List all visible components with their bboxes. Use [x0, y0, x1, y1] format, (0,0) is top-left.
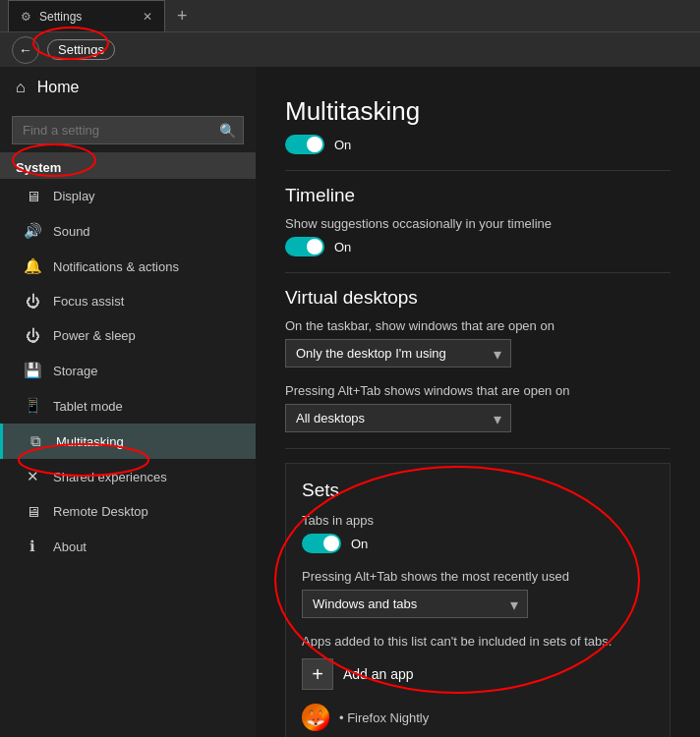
nav-bar: ← Settings [0, 31, 700, 67]
focus-icon: ⏻ [24, 293, 41, 310]
firefox-app-item: 🦊 • Firefox Nightly [302, 700, 654, 735]
main-toggle-label: On [334, 138, 351, 152]
power-label: Power & sleep [53, 328, 136, 343]
sound-icon: 🔊 [24, 222, 41, 240]
notifications-icon: 🔔 [24, 257, 41, 275]
add-app-button[interactable]: + [302, 658, 333, 690]
new-tab-button[interactable]: + [169, 0, 196, 31]
sidebar: ⌂ Home 🔍 System 🖥 Display 🔊 Sound 🔔 N [0, 67, 256, 737]
tablet-label: Tablet mode [53, 399, 123, 414]
sets-title: Sets [302, 480, 654, 501]
taskbar-dropdown-wrapper: Only the desktop I'm using All desktops [285, 339, 511, 368]
sidebar-item-about[interactable]: ℹ About [0, 529, 256, 564]
tabs-label: Tabs in apps [302, 513, 654, 528]
sidebar-item-power[interactable]: ⏻ Power & sleep [0, 318, 256, 353]
timeline-toggle-row: On [285, 237, 671, 256]
settings-tab[interactable]: ⚙ Settings ✕ [8, 0, 165, 31]
about-icon: ℹ [24, 538, 41, 555]
about-label: About [53, 539, 87, 554]
alttab-dropdown[interactable]: All desktops Only the desktop I'm using [285, 404, 511, 432]
taskbar-label: On the taskbar, show windows that are op… [285, 318, 671, 333]
sidebar-item-sound[interactable]: 🔊 Sound [0, 213, 256, 249]
sidebar-item-notifications[interactable]: 🔔 Notifications & actions [0, 249, 256, 284]
sidebar-item-shared[interactable]: ✕ Shared experiences [0, 459, 256, 494]
taskbar-dropdown[interactable]: Only the desktop I'm using All desktops [285, 339, 511, 368]
page-title: Multitasking [285, 96, 671, 127]
tabs-toggle-row: On [302, 534, 654, 553]
nav-settings-label[interactable]: Settings [47, 39, 115, 60]
sidebar-item-storage[interactable]: 💾 Storage [0, 353, 256, 388]
content-area: Multitasking On Timeline Show suggestion… [256, 67, 700, 737]
sidebar-item-tablet[interactable]: 📱 Tablet mode [0, 388, 256, 424]
title-bar: ⚙ Settings ✕ + [0, 0, 700, 31]
search-icon: 🔍 [219, 123, 236, 139]
alttab-label: Pressing Alt+Tab shows windows that are … [285, 383, 671, 398]
sidebar-item-remote[interactable]: 🖥 Remote Desktop [0, 494, 256, 529]
power-icon: ⏻ [24, 327, 41, 344]
sidebar-item-focus[interactable]: ⏻ Focus assist [0, 284, 256, 318]
focus-label: Focus assist [53, 294, 124, 309]
multitasking-label: Multitasking [56, 434, 124, 449]
firefox-icon: 🦊 [302, 704, 329, 731]
sound-label: Sound [53, 224, 90, 239]
sidebar-item-display[interactable]: 🖥 Display [0, 179, 256, 213]
add-app-label: Add an app [343, 666, 414, 682]
tab-close-button[interactable]: ✕ [143, 10, 152, 24]
tablet-icon: 📱 [24, 397, 41, 415]
storage-icon: 💾 [24, 362, 41, 379]
remote-label: Remote Desktop [53, 504, 148, 519]
add-app-row: + Add an app [302, 658, 654, 690]
system-section-label[interactable]: System [0, 152, 256, 179]
multitasking-icon: ⧉ [27, 432, 44, 450]
display-icon: 🖥 [24, 188, 41, 204]
alttab-dropdown-wrapper: All desktops Only the desktop I'm using [285, 404, 511, 432]
timeline-toggle-label: On [334, 240, 351, 255]
shared-icon: ✕ [24, 468, 41, 485]
windows-dropdown[interactable]: Windows and tabs Windows only Tabs only [302, 590, 528, 618]
display-label: Display [53, 189, 95, 203]
sets-section: Sets Tabs in apps On Pressing Alt+Tab sh… [285, 463, 671, 737]
tabs-toggle-label: On [351, 537, 368, 551]
main-toggle-row: On [285, 135, 671, 154]
main-toggle[interactable] [285, 135, 324, 154]
firefox-name: • Firefox Nightly [339, 710, 429, 725]
back-button[interactable]: ← [12, 36, 39, 64]
remote-icon: 🖥 [24, 503, 41, 520]
pressing-label: Pressing Alt+Tab shows the most recently… [302, 569, 654, 584]
windows-dropdown-wrapper: Windows and tabs Windows only Tabs only [302, 590, 528, 618]
search-container: 🔍 [0, 108, 256, 152]
apps-label: Apps added to this list can't be include… [302, 634, 654, 649]
notifications-label: Notifications & actions [53, 259, 179, 274]
tab-settings-title: Settings [39, 10, 82, 24]
main-content: ⌂ Home 🔍 System 🖥 Display 🔊 Sound 🔔 N [0, 67, 700, 737]
shared-label: Shared experiences [53, 470, 167, 484]
timeline-title: Timeline [285, 185, 671, 206]
home-label: Home [37, 79, 80, 96]
tab-settings-icon: ⚙ [21, 10, 31, 24]
timeline-desc: Show suggestions occasionally in your ti… [285, 216, 671, 231]
home-icon: ⌂ [16, 79, 26, 96]
sidebar-home[interactable]: ⌂ Home [0, 67, 256, 108]
sidebar-item-multitasking[interactable]: ⧉ Multitasking [0, 424, 256, 459]
virtual-desktops-title: Virtual desktops [285, 287, 671, 309]
storage-label: Storage [53, 364, 98, 378]
tabs-toggle[interactable] [302, 534, 341, 553]
timeline-toggle[interactable] [285, 237, 324, 256]
search-input[interactable] [12, 116, 244, 144]
